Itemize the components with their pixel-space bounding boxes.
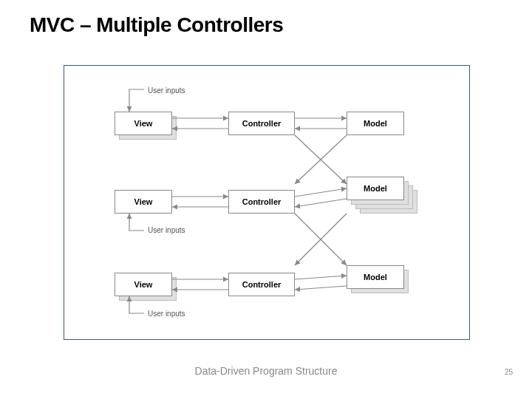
label-user-inputs-2: User inputs <box>148 226 185 234</box>
svg-line-14 <box>295 214 347 265</box>
svg-line-6 <box>295 188 347 197</box>
svg-line-11 <box>295 286 347 290</box>
diagram-frame: User inputs View Controller Model User i… <box>64 65 470 340</box>
view-box-3: View <box>115 273 172 296</box>
svg-line-10 <box>295 276 347 279</box>
page-number: 25 <box>505 368 513 376</box>
label-user-inputs-1: User inputs <box>148 86 185 95</box>
label-user-inputs-3: User inputs <box>148 310 185 318</box>
svg-line-12 <box>295 135 347 184</box>
diagram-stage: User inputs View Controller Model User i… <box>64 66 469 339</box>
controller-box-2: Controller <box>228 190 295 214</box>
slide-title: MVC – Multiple Controllers <box>30 13 283 37</box>
model-box-3: Model <box>347 265 404 289</box>
view-box-1: View <box>115 112 172 135</box>
footer-caption: Data-Driven Program Structure <box>0 365 532 377</box>
controller-box-3: Controller <box>228 273 295 296</box>
svg-line-15 <box>295 214 347 265</box>
model-box-2: Model <box>347 177 404 200</box>
model-box-1: Model <box>347 112 404 135</box>
view-box-2: View <box>115 190 172 214</box>
controller-box-1: Controller <box>228 112 295 135</box>
svg-line-7 <box>295 199 347 207</box>
svg-line-13 <box>295 135 347 184</box>
